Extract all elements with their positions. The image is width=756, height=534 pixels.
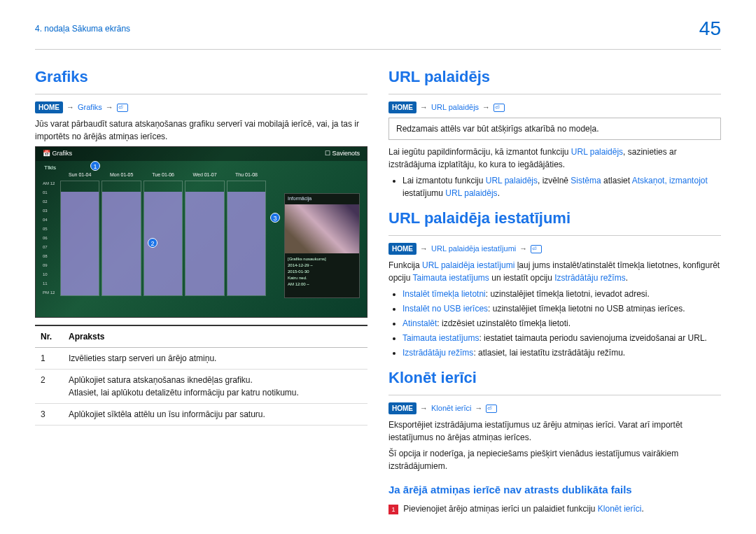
enter-icon (493, 104, 505, 112)
table-row: 3 Aplūkojiet sīktēla attēlu un īsu infor… (35, 404, 368, 426)
header-rule (35, 49, 721, 50)
arrow-icon: → (420, 243, 428, 255)
ss-info-panel: Informācija [Grafiks nosaukums] 2014-12-… (284, 193, 360, 298)
heading-url-settings: URL palaidēja iestatījumi (388, 206, 721, 230)
home-pill: HOME (388, 101, 416, 113)
arrow-icon: → (475, 402, 482, 414)
th-desc: Apraksts (63, 325, 368, 348)
chapter-label: 4. nodaļa Sākuma ekrāns (35, 22, 130, 35)
heading-grafiks: Grafiks (35, 65, 368, 88)
heading-url-launcher: URL palaidējs (388, 65, 721, 88)
list-item: Atinstalēt: izdzēsiet uzinstalēto tīmekļ… (402, 317, 721, 330)
breadcrumb-item: Klonēt ierīci (431, 402, 471, 414)
body-text: Funkcija URL palaidēja iestatījumi ļauj … (388, 259, 721, 284)
table-row: 1 Izvēlieties starp serveri un ārējo atm… (35, 348, 368, 370)
breadcrumb-item: Grafiks (78, 101, 102, 113)
breadcrumb-item: URL palaidēja iestatījumi (431, 243, 516, 255)
arrow-icon: → (66, 101, 74, 113)
breadcrumb-item: URL palaidējs (431, 101, 479, 113)
home-pill: HOME (35, 101, 63, 113)
description-table: Nr. Apraksts 1 Izvēlieties starp serveri… (35, 325, 368, 426)
arrow-icon: → (106, 101, 113, 113)
callout-3: 3 (270, 213, 280, 223)
subheading: Ja ārējā atmiņas ierīcē nav atrasts dubl… (388, 482, 721, 498)
arrow-icon: → (519, 243, 527, 255)
th-nr: Nr. (35, 325, 63, 348)
breadcrumb-grafiks: HOME → Grafiks → (35, 101, 368, 113)
body-text: Šī opcija ir noderīga, ja nepieciešams p… (388, 447, 721, 472)
section-rule (388, 94, 721, 94)
callout-1: 1 (90, 161, 100, 171)
section-rule (35, 94, 368, 94)
net-label: Tīkls (44, 164, 56, 172)
ss-yaxis: AM 120102030405060708091011PM 12 (43, 181, 57, 296)
breadcrumb: HOME → URL palaidējs → (388, 101, 721, 113)
callout-2: 2 (148, 238, 158, 248)
heading-clone: Klonēt ierīci (388, 366, 721, 389)
page-number: 45 (699, 14, 721, 43)
step-number-icon: 1 (388, 505, 398, 514)
note-box: Redzamais attēls var būt atšķirīgs atkar… (388, 118, 721, 140)
enter-icon (117, 104, 128, 112)
body-text: Lai iegūtu papildinformāciju, kā izmanto… (388, 146, 721, 171)
list-item: Instalēt no USB ierīces: uzinstalējiet t… (402, 302, 721, 315)
list-item: Taimauta iestatījums: iestatiet taimauta… (402, 332, 721, 344)
breadcrumb: HOME → Klonēt ierīci → (388, 402, 721, 414)
ss-status: ☐ Savienots (325, 149, 360, 159)
list-item: Izstrādātāju režīms: atlasiet, lai iesta… (402, 346, 721, 359)
arrow-icon: → (420, 101, 428, 113)
breadcrumb: HOME → URL palaidēja iestatījumi → (388, 243, 721, 255)
schedule-screenshot: 📅 Grafiks ☐ Savienots Tīkls AM 120102030… (35, 146, 368, 318)
body-text: Eksportējiet izstrādājuma iestatījumus u… (388, 419, 721, 444)
step-1: 1 Pievienojiet ārējo atmiņas ierīci un p… (388, 503, 721, 515)
left-column: Grafiks HOME → Grafiks → Jūs varat pārba… (35, 58, 368, 519)
table-row: 2 Aplūkojiet satura atskaņošanas iknedēļ… (35, 370, 368, 404)
section-rule (388, 235, 721, 236)
thumbnail-icon (285, 204, 359, 253)
home-pill: HOME (388, 243, 416, 255)
home-pill: HOME (388, 402, 416, 414)
section-rule (388, 395, 721, 395)
enter-icon (531, 245, 542, 253)
arrow-icon: → (420, 402, 428, 414)
arrow-icon: → (482, 101, 490, 113)
ss-title: 📅 Grafiks (43, 149, 72, 159)
list-item: Lai izmantotu funkciju URL palaidējs, iz… (402, 174, 721, 199)
list-item: Instalēt tīmekļa lietotni: uzinstalējiet… (402, 288, 721, 300)
enter-icon (486, 405, 497, 413)
intro-text: Jūs varat pārbaudīt satura atskaņošanas … (35, 118, 368, 143)
right-column: URL palaidējs HOME → URL palaidējs → Red… (388, 58, 721, 519)
